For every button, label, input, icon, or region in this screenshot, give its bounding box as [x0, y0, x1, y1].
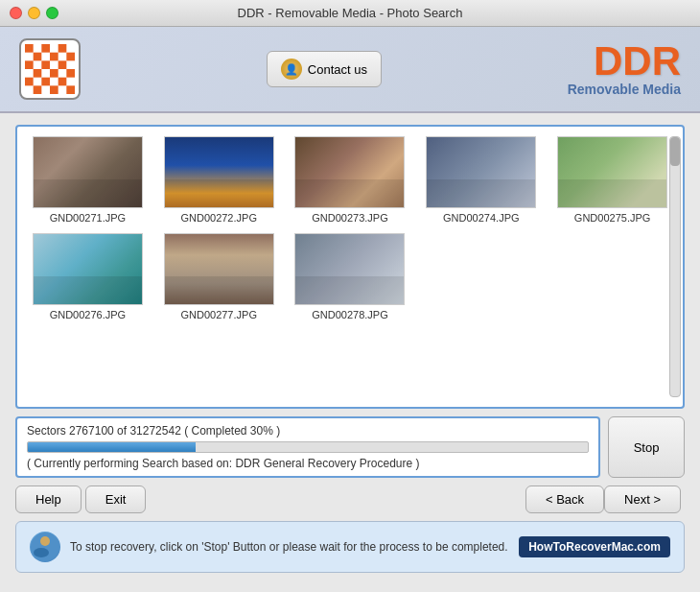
- window-body: 👤 Contact us DDR Removable Media GND0027…: [0, 27, 700, 592]
- photo-thumbnail[interactable]: [294, 136, 405, 208]
- contact-label: Contact us: [308, 62, 367, 77]
- photo-filename: GND00275.JPG: [574, 212, 650, 224]
- svg-rect-13: [41, 78, 50, 86]
- svg-rect-7: [41, 60, 50, 69]
- website-badge: HowToRecoverMac.com: [519, 536, 670, 557]
- svg-rect-14: [58, 78, 67, 86]
- content-area: GND00271.JPG GND00272.JPG GND00273.JPG G…: [0, 113, 700, 592]
- maximize-button[interactable]: [46, 7, 58, 19]
- header: 👤 Contact us DDR Removable Media: [0, 27, 700, 113]
- photo-filename: GND00273.JPG: [312, 212, 387, 224]
- checkerboard-icon: [25, 44, 75, 94]
- info-bar: To stop recovery, click on 'Stop' Button…: [15, 521, 685, 573]
- exit-button[interactable]: Exit: [85, 485, 147, 513]
- photo-thumbnail[interactable]: [557, 136, 667, 208]
- close-button[interactable]: [10, 7, 22, 19]
- list-item[interactable]: GND00274.JPG: [420, 136, 542, 224]
- svg-rect-1: [41, 44, 50, 53]
- list-item[interactable]: GND00275.JPG: [551, 136, 673, 224]
- list-item[interactable]: GND00276.JPG: [27, 233, 149, 320]
- svg-rect-17: [66, 85, 75, 94]
- svg-rect-0: [25, 44, 34, 53]
- svg-rect-4: [50, 53, 58, 61]
- brand-area: DDR Removable Media: [568, 41, 681, 97]
- photo-filename: GND00278.JPG: [312, 309, 387, 320]
- photo-filename: GND00272.JPG: [180, 212, 256, 224]
- app-logo: [19, 38, 81, 100]
- photo-grid-container: GND00271.JPG GND00272.JPG GND00273.JPG G…: [15, 125, 685, 409]
- svg-rect-3: [34, 53, 42, 61]
- svg-rect-2: [58, 44, 67, 53]
- photo-thumbnail[interactable]: [164, 233, 274, 305]
- photo-filename: GND00271.JPG: [50, 212, 126, 224]
- stop-button[interactable]: Stop: [608, 416, 685, 478]
- progress-bar-fill: [28, 442, 196, 452]
- scrollbar-thumb[interactable]: [670, 137, 680, 166]
- brand-sub: Removable Media: [568, 82, 681, 97]
- window-title: DDR - Removable Media - Photo Search: [238, 6, 463, 20]
- photo-thumbnail[interactable]: [33, 136, 143, 208]
- svg-point-20: [40, 536, 50, 546]
- progress-box: Sectors 2767100 of 31272542 ( Completed …: [15, 416, 600, 478]
- svg-rect-6: [25, 60, 34, 69]
- minimize-button[interactable]: [28, 7, 40, 19]
- svg-rect-5: [66, 53, 75, 61]
- back-button[interactable]: < Back: [525, 485, 604, 513]
- photo-filename: GND00276.JPG: [50, 309, 126, 320]
- photo-filename: GND00277.JPG: [180, 309, 256, 320]
- progress-status-text: Sectors 2767100 of 31272542 ( Completed …: [27, 424, 589, 438]
- list-item[interactable]: GND00278.JPG: [290, 233, 411, 320]
- photo-thumbnail[interactable]: [164, 136, 274, 208]
- info-icon: [30, 532, 60, 562]
- svg-rect-16: [50, 85, 58, 94]
- svg-rect-12: [25, 78, 34, 86]
- window-controls[interactable]: [10, 7, 58, 19]
- list-item[interactable]: GND00271.JPG: [27, 136, 149, 224]
- info-message: To stop recovery, click on 'Stop' Button…: [70, 540, 508, 554]
- photo-grid-row1: GND00271.JPG GND00272.JPG GND00273.JPG G…: [27, 136, 673, 224]
- photo-thumbnail[interactable]: [294, 233, 405, 305]
- svg-rect-9: [34, 69, 42, 78]
- scrollbar[interactable]: [669, 136, 681, 397]
- contact-icon: 👤: [281, 59, 302, 80]
- contact-button[interactable]: 👤 Contact us: [267, 51, 382, 87]
- photo-thumbnail[interactable]: [426, 136, 536, 208]
- progress-section: Sectors 2767100 of 31272542 ( Completed …: [15, 416, 685, 478]
- list-item[interactable]: GND00273.JPG: [290, 136, 411, 224]
- progress-procedure-text: ( Currently performing Search based on: …: [27, 457, 589, 470]
- brand-ddr: DDR: [568, 41, 681, 82]
- title-bar: DDR - Removable Media - Photo Search: [0, 0, 700, 27]
- photo-thumbnail[interactable]: [33, 233, 143, 305]
- svg-rect-8: [58, 60, 67, 69]
- photo-filename: GND00274.JPG: [443, 212, 519, 224]
- list-item[interactable]: GND00277.JPG: [158, 233, 280, 320]
- svg-point-19: [34, 548, 49, 557]
- svg-rect-11: [66, 69, 75, 78]
- list-item[interactable]: GND00272.JPG: [158, 136, 280, 224]
- bottom-navigation: Help Exit < Back Next >: [15, 485, 685, 513]
- progress-bar: [27, 441, 589, 453]
- svg-rect-10: [50, 69, 58, 78]
- next-button[interactable]: Next >: [604, 485, 681, 513]
- help-button[interactable]: Help: [15, 485, 82, 513]
- svg-rect-15: [34, 85, 42, 94]
- photo-grid-row2: GND00276.JPG GND00277.JPG GND00278.JPG: [27, 233, 673, 320]
